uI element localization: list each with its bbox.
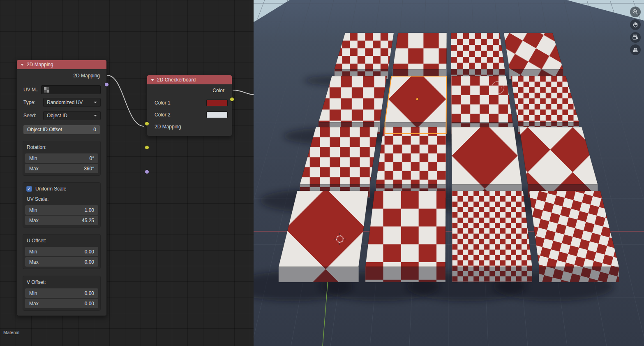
color-output-row: Color xyxy=(147,84,232,97)
ortho-toggle-button[interactable] xyxy=(630,44,641,55)
output-label: 2D Mapping xyxy=(73,73,100,79)
socket-2d-mapping-input[interactable] xyxy=(145,170,149,174)
v-offset-max-field[interactable]: Max 0.00 xyxy=(25,299,98,308)
dropdown-chevron-icon xyxy=(94,115,97,116)
zoom-button[interactable] xyxy=(630,7,641,17)
collapse-arrow-icon[interactable] xyxy=(21,64,24,66)
checker-cube[interactable] xyxy=(335,33,394,79)
u-offset-label: U Offset: xyxy=(25,237,98,246)
uniform-scale-panel: ✓ Uniform Scale UV Scale: Min 1.00 Max 4… xyxy=(23,182,101,228)
v-offset-label: V Offset: xyxy=(25,278,98,288)
pan-hand-icon xyxy=(632,21,639,28)
v-offset-panel: V Offset: Min 0.00 Max 0.00 xyxy=(23,276,101,311)
color-output-label: Color xyxy=(212,88,224,93)
node-2d-checkerboard[interactable]: 2D Checkerboard Color Color 1 Color 2 2D… xyxy=(147,75,232,136)
uniform-scale-row: ✓ Uniform Scale xyxy=(25,185,98,195)
socket-color-output[interactable] xyxy=(230,97,234,102)
collapse-arrow-icon[interactable] xyxy=(151,79,154,81)
checker-cube[interactable] xyxy=(393,33,447,79)
mapping-input-row: 2D Mapping xyxy=(147,121,232,133)
node-title: 2D Checkerboard xyxy=(157,77,196,83)
uv-map-row: UV M.. xyxy=(23,85,101,95)
socket-color1-input[interactable] xyxy=(145,121,149,126)
output-row-2d-mapping: 2D Mapping xyxy=(17,69,106,82)
wire-color-output xyxy=(233,90,254,95)
color1-row: Color 1 xyxy=(147,97,232,109)
shader-node-editor[interactable]: 2D Mapping 2D Mapping UV M.. Type: Ra xyxy=(0,0,254,346)
uv-scale-min-field[interactable]: Min 1.00 xyxy=(25,205,98,215)
color2-row: Color 2 xyxy=(147,109,232,121)
type-value: Randomized UV xyxy=(47,100,83,105)
mapping-input-label: 2D Mapping xyxy=(155,124,181,130)
checker-cube[interactable] xyxy=(452,191,532,282)
editor-type-label: Material xyxy=(3,330,19,335)
u-offset-max-field[interactable]: Max 0.00 xyxy=(25,257,98,267)
camera-icon xyxy=(632,34,639,41)
uv-map-field[interactable] xyxy=(41,85,101,94)
rotation-label: Rotation: xyxy=(25,143,98,153)
uniform-scale-label: Uniform Scale xyxy=(35,186,66,192)
blender-window: 2D Mapping 2D Mapping UV M.. Type: Ra xyxy=(0,0,644,346)
checker-cube[interactable] xyxy=(452,127,522,197)
uniform-scale-checkbox[interactable]: ✓ xyxy=(26,186,32,192)
grid-ortho-icon xyxy=(632,46,639,53)
viewport-3d[interactable] xyxy=(254,0,644,346)
uv-map-icon xyxy=(44,87,49,93)
v-offset-min-field[interactable]: Min 0.00 xyxy=(25,288,98,298)
node-header-2d-mapping[interactable]: 2D Mapping xyxy=(17,60,106,69)
node-2d-mapping[interactable]: 2D Mapping 2D Mapping UV M.. Type: Ra xyxy=(16,60,107,316)
viewport-canvas[interactable] xyxy=(254,0,644,346)
checker-cube[interactable] xyxy=(451,76,513,134)
object-id-offset-value: 0 xyxy=(93,127,96,132)
rotation-max-field[interactable]: Max 360° xyxy=(25,164,98,173)
checker-cube[interactable] xyxy=(504,33,563,79)
dropdown-chevron-icon xyxy=(94,102,97,103)
object-id-offset-label: Object ID Offset xyxy=(27,127,62,132)
uv-scale-label: UV Scale: xyxy=(25,195,98,204)
camera-view-button[interactable] xyxy=(630,32,641,43)
checker-cube[interactable] xyxy=(365,191,445,282)
object-origin-dot xyxy=(416,98,418,100)
node-header-2d-checkerboard[interactable]: 2D Checkerboard xyxy=(147,75,232,84)
seed-value: Object ID xyxy=(47,113,67,118)
color1-label: Color 1 xyxy=(155,100,171,106)
type-select[interactable]: Randomized UV xyxy=(43,98,101,107)
color1-swatch[interactable] xyxy=(206,100,228,106)
zoom-icon xyxy=(632,9,639,15)
pan-button[interactable] xyxy=(630,19,641,30)
socket-color2-input[interactable] xyxy=(145,145,149,150)
seed-select[interactable]: Object ID xyxy=(43,111,101,120)
checker-cube[interactable] xyxy=(451,33,505,79)
object-id-offset-field[interactable]: Object ID Offset 0 xyxy=(23,125,100,134)
uv-scale-max-field[interactable]: Max 45.25 xyxy=(25,216,98,225)
color2-label: Color 2 xyxy=(155,112,171,118)
seed-row: Seed: Object ID xyxy=(23,111,101,120)
uv-map-label: UV M.. xyxy=(23,87,39,93)
checker-cube[interactable] xyxy=(376,127,446,197)
type-label: Type: xyxy=(23,100,43,105)
seed-label: Seed: xyxy=(23,113,43,118)
u-offset-min-field[interactable]: Min 0.00 xyxy=(25,247,98,256)
rotation-min-field[interactable]: Min 0° xyxy=(25,153,98,163)
socket-2d-mapping-output[interactable] xyxy=(104,82,109,87)
rotation-panel: Rotation: Min 0° Max 360° xyxy=(23,141,101,176)
checker-cube[interactable] xyxy=(385,76,447,134)
wire-mapping-to-checkerboard xyxy=(107,75,144,126)
color2-swatch[interactable] xyxy=(206,111,228,118)
u-offset-panel: U Offset: Min 0.00 Max 0.00 xyxy=(23,234,101,269)
type-row: Type: Randomized UV xyxy=(23,98,101,107)
node-title: 2D Mapping xyxy=(27,62,53,67)
